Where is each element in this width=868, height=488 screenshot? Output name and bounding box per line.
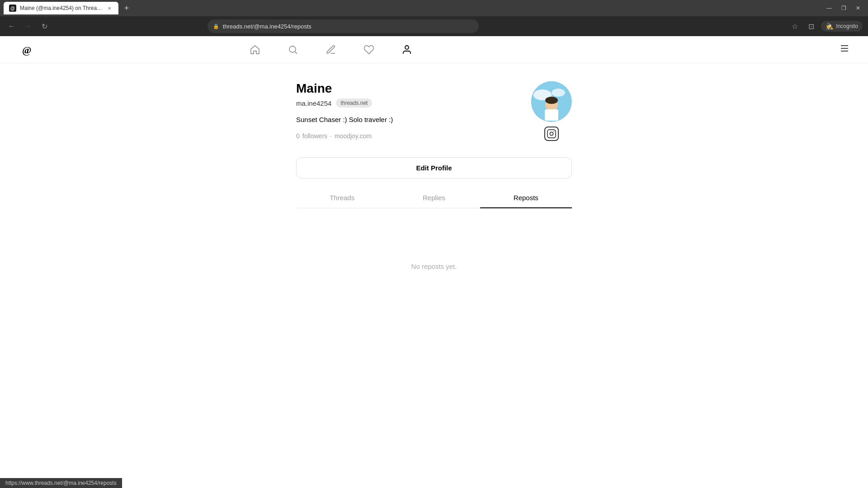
tab-reposts[interactable]: Reposts — [480, 188, 572, 208]
profile-container: Maine ma.ine4254 threads.net Sunset Chas… — [287, 63, 581, 306]
instagram-button[interactable] — [544, 127, 559, 141]
window-controls: — ❐ ✕ — [823, 2, 864, 14]
profile-website[interactable]: moodjoy.com — [335, 132, 372, 140]
svg-point-12 — [545, 97, 558, 104]
back-button[interactable]: ← — [5, 20, 18, 33]
tab-title: Maine (@ma.ine4254) on Threa… — [20, 5, 102, 11]
address-bar[interactable]: 🔒 threads.net/@ma.ine4254/reposts — [208, 19, 479, 33]
platform-badge: threads.net — [336, 99, 372, 108]
profile-name: Maine — [296, 81, 531, 96]
nav-search[interactable] — [288, 44, 298, 55]
reload-button[interactable]: ↻ — [38, 20, 51, 33]
tab-threads[interactable]: Threads — [296, 188, 388, 208]
tab-search-button[interactable]: ⊡ — [805, 20, 817, 33]
incognito-label: Incognito — [836, 23, 858, 29]
edit-profile-button[interactable]: Edit Profile — [296, 157, 572, 178]
followers-label: followers — [302, 132, 327, 140]
tab-close-button[interactable]: ✕ — [106, 5, 113, 12]
address-bar-right: ☆ ⊡ 🕵 Incognito — [788, 20, 863, 33]
profile-info: Maine ma.ine4254 threads.net Sunset Chas… — [296, 81, 531, 140]
incognito-badge: 🕵 Incognito — [821, 21, 863, 32]
minimize-button[interactable]: — — [823, 2, 835, 14]
lock-icon: 🔒 — [213, 23, 219, 29]
nav-profile[interactable] — [401, 44, 412, 55]
menu-icon[interactable] — [839, 43, 850, 56]
tab-favicon: @ — [9, 5, 16, 12]
top-nav: @ — [0, 36, 868, 63]
nav-activity[interactable] — [363, 44, 374, 55]
profile-header: Maine ma.ine4254 threads.net Sunset Chas… — [296, 81, 572, 141]
nav-icons — [250, 44, 412, 55]
forward-button[interactable]: → — [22, 20, 34, 33]
svg-rect-11 — [545, 109, 558, 121]
close-button[interactable]: ✕ — [852, 2, 864, 14]
new-tab-button[interactable]: + — [120, 2, 133, 14]
browser-chrome: @ Maine (@ma.ine4254) on Threa… ✕ + — ❐ … — [0, 0, 868, 36]
app-content: @ — [0, 36, 868, 488]
profile-bio: Sunset Chaser :) Solo traveler :) — [296, 115, 531, 125]
svg-point-15 — [553, 131, 554, 132]
nav-right — [839, 43, 850, 56]
profile-avatar — [531, 81, 572, 122]
svg-point-9 — [552, 89, 565, 97]
profile-username: ma.ine4254 — [296, 99, 331, 107]
threads-logo[interactable]: @ — [18, 41, 36, 59]
address-text: threads.net/@ma.ine4254/reposts — [223, 23, 311, 30]
browser-tab[interactable]: @ Maine (@ma.ine4254) on Threa… ✕ — [4, 2, 118, 14]
svg-rect-13 — [547, 130, 556, 138]
no-reposts-message: No reposts yet. — [296, 226, 572, 306]
meta-dot: · — [330, 132, 332, 140]
svg-point-2 — [405, 46, 409, 49]
nav-compose[interactable] — [326, 44, 336, 55]
svg-text:@: @ — [22, 44, 31, 56]
status-url: https://www.threads.net/@ma.ine4254/repo… — [5, 480, 117, 486]
address-bar-row: ← → ↻ 🔒 threads.net/@ma.ine4254/reposts … — [0, 16, 868, 36]
followers-count: 0 — [296, 132, 300, 140]
status-bar: https://www.threads.net/@ma.ine4254/repo… — [0, 478, 122, 488]
incognito-icon: 🕵 — [826, 23, 833, 30]
bookmark-button[interactable]: ☆ — [788, 20, 801, 33]
nav-home[interactable] — [250, 44, 260, 55]
threads-logo-icon: @ — [20, 42, 34, 57]
svg-point-1 — [289, 46, 296, 52]
tab-replies[interactable]: Replies — [388, 188, 480, 208]
restore-button[interactable]: ❐ — [837, 2, 850, 14]
profile-meta: 0 followers · moodjoy.com — [296, 132, 531, 140]
avatar-image — [531, 81, 572, 122]
instagram-icon — [547, 129, 557, 139]
title-bar: @ Maine (@ma.ine4254) on Threa… ✕ + — ❐ … — [0, 0, 868, 16]
profile-username-row: ma.ine4254 threads.net — [296, 99, 531, 108]
svg-point-14 — [550, 132, 553, 135]
profile-tabs: Threads Replies Reposts — [296, 188, 572, 208]
